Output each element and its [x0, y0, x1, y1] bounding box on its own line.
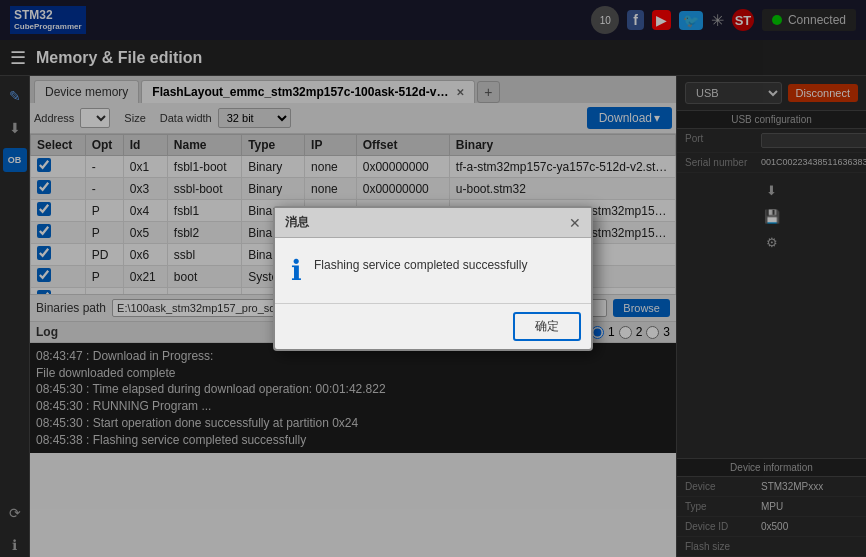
modal-overlay[interactable]: 消息 ✕ ℹ Flashing service completed succes…: [0, 0, 866, 557]
modal-box: 消息 ✕ ℹ Flashing service completed succes…: [273, 206, 593, 351]
modal-message: Flashing service completed successfully: [314, 254, 527, 272]
modal-title: 消息: [285, 214, 309, 231]
modal-body: ℹ Flashing service completed successfull…: [275, 238, 591, 303]
modal-close-button[interactable]: ✕: [569, 215, 581, 231]
modal-info-icon: ℹ: [291, 254, 302, 287]
modal-footer: 确定: [275, 303, 591, 349]
modal-title-bar: 消息 ✕: [275, 208, 591, 238]
modal-ok-button[interactable]: 确定: [513, 312, 581, 341]
